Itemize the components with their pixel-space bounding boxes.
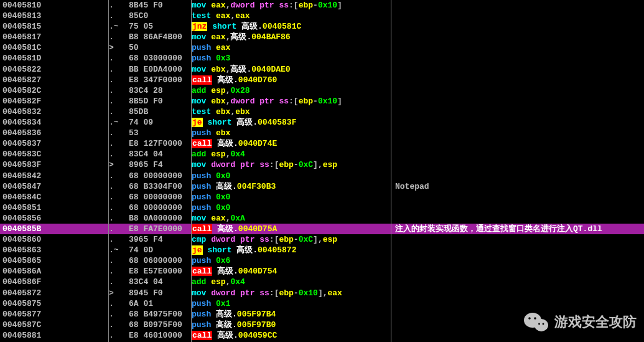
- asm-row[interactable]: 00405813.85C0test eax,eax: [0, 11, 644, 21]
- marker: .: [109, 75, 129, 85]
- address: 0040587C: [0, 320, 108, 330]
- bytes: 68 00000000: [129, 202, 191, 213]
- marker: .: [109, 320, 129, 330]
- asm-row[interactable]: 00405851.68 00000000push 0x0: [0, 202, 644, 213]
- comment: [391, 288, 644, 298]
- marker: .: [109, 181, 129, 192]
- address: 00405842: [0, 171, 108, 181]
- asm-row[interactable]: 0040582F.8B5D F0mov ebx,dword ptr ss:[eb…: [0, 96, 644, 107]
- marker: .: [109, 255, 129, 266]
- asm-row[interactable]: 0040581C>50push eax: [0, 42, 644, 53]
- asm-row[interactable]: 0040583F>8965 F4mov dword ptr ss:[ebp-0x…: [0, 159, 644, 170]
- asm-row[interactable]: 00405832.85DBtest ebx,ebx: [0, 107, 644, 117]
- comment: 注入的封装实现函数，通过查找窗口类名进行注入QT.dll: [391, 224, 644, 234]
- disassembly: mov eax,dword ptr ss:[ebp-0x10]: [192, 0, 391, 11]
- disassembly: mov dword ptr ss:[ebp-0x10],eax: [192, 288, 391, 298]
- asm-row[interactable]: 00405837.E8 127F0000call 高级.0040D74E: [0, 138, 644, 149]
- comment: [391, 21, 644, 32]
- marker: .: [109, 213, 129, 224]
- asm-row[interactable]: 00405817.B8 86AF4B00mov eax,高级.004BAF86: [0, 32, 644, 42]
- bytes: 6A 01: [129, 298, 191, 309]
- disassembly: call 高级.004059CC: [192, 330, 391, 341]
- disassembly: jnz short 高级.0040581C: [192, 21, 391, 32]
- asm-row[interactable]: 00405810.8B45 F0mov eax,dword ptr ss:[eb…: [0, 0, 644, 11]
- asm-row[interactable]: 0040583C.83C4 04add esp,0x4: [0, 149, 644, 159]
- address: 00405863: [0, 245, 108, 255]
- bytes: E8 347F0000: [129, 75, 191, 85]
- asm-row[interactable]: 00405865.68 06000000push 0x6: [0, 255, 644, 266]
- marker: .: [109, 266, 129, 277]
- comment: [391, 75, 644, 85]
- comment: [391, 266, 644, 277]
- disassembly: cmp dword ptr ss:[ebp-0xC],esp: [192, 234, 391, 245]
- address: 00405836: [0, 128, 108, 138]
- disassembly: push 0x3: [192, 53, 391, 64]
- marker: .: [109, 330, 129, 341]
- disassembly: push ebx: [192, 128, 391, 138]
- marker: .: [109, 32, 129, 42]
- marker: .: [109, 277, 129, 287]
- asm-row[interactable]: 00405863.~74 0Dje short 高级.00405872: [0, 245, 644, 255]
- bytes: E8 E57E0000: [129, 266, 191, 277]
- disassembly-listing[interactable]: 00405810.8B45 F0mov eax,dword ptr ss:[eb…: [0, 0, 644, 342]
- asm-row[interactable]: 00405875.6A 01push 0x1: [0, 298, 644, 309]
- disassembly: push 高级.005F97B4: [192, 309, 391, 320]
- bytes: 3965 F4: [129, 234, 191, 245]
- asm-row[interactable]: 00405842.68 00000000push 0x0: [0, 171, 644, 181]
- svg-point-7: [538, 323, 540, 325]
- disassembly: push 0x0: [192, 202, 391, 213]
- marker: .: [109, 298, 129, 309]
- disassembly: call 高级.0040D754: [192, 266, 391, 277]
- marker: .~: [109, 245, 129, 255]
- comment: [391, 298, 644, 309]
- asm-row[interactable]: 0040581D.68 03000000push 0x3: [0, 53, 644, 64]
- bytes: 74 0D: [129, 245, 191, 255]
- address: 00405872: [0, 288, 108, 298]
- disassembly: call 高级.0040D75A: [192, 224, 391, 234]
- asm-row[interactable]: 0040584C.68 00000000push 0x0: [0, 192, 644, 202]
- bytes: 8945 F0: [129, 288, 191, 298]
- asm-row[interactable]: 00405872>8945 F0mov dword ptr ss:[ebp-0x…: [0, 288, 644, 298]
- bytes: 68 B4975F00: [129, 309, 191, 320]
- asm-row[interactable]: 00405827.E8 347F0000call 高级.0040D760: [0, 75, 644, 85]
- asm-row[interactable]: 00405860.3965 F4cmp dword ptr ss:[ebp-0x…: [0, 234, 644, 245]
- comment: [391, 202, 644, 213]
- marker: .: [109, 138, 129, 149]
- marker: .: [109, 202, 129, 213]
- disassembly: mov ebx,dword ptr ss:[ebp-0x10]: [192, 96, 391, 107]
- asm-row[interactable]: 00405847.68 B3304F00push 高级.004F30B3Note…: [0, 181, 644, 192]
- svg-point-4: [528, 317, 531, 320]
- asm-row[interactable]: 0040586F.83C4 04add esp,0x4: [0, 277, 644, 287]
- address: 0040586F: [0, 277, 108, 287]
- bytes: 68 B3304F00: [129, 181, 191, 192]
- marker: .: [109, 107, 129, 117]
- disassembly: push 0x6: [192, 255, 391, 266]
- asm-row[interactable]: 00405822.BB E0DA4000mov ebx,高级.0040DAE0: [0, 64, 644, 75]
- asm-row[interactable]: 0040586A.E8 E57E0000call 高级.0040D754: [0, 266, 644, 277]
- bytes: E8 FA7E0000: [129, 224, 191, 234]
- bytes: 68 00000000: [129, 192, 191, 202]
- bytes: 68 B0975F00: [129, 320, 191, 330]
- asm-row[interactable]: 00405815.~75 05jnz short 高级.0040581C: [0, 21, 644, 32]
- marker: .~: [109, 117, 129, 128]
- watermark-badge: 游戏安全攻防: [523, 311, 637, 333]
- bytes: 83C4 28: [129, 85, 191, 96]
- comment: [391, 255, 644, 266]
- asm-row[interactable]: 0040585B.E8 FA7E0000call 高级.0040D75A注入的封…: [0, 224, 644, 234]
- asm-row[interactable]: 00405836.53push ebx: [0, 128, 644, 138]
- disassembly: push 0x0: [192, 171, 391, 181]
- marker: .: [109, 11, 129, 21]
- bytes: 53: [129, 128, 191, 138]
- comment: [391, 117, 644, 128]
- marker: .: [109, 0, 129, 11]
- asm-row[interactable]: 0040582C.83C4 28add esp,0x28: [0, 85, 644, 96]
- disassembly: mov ebx,高级.0040DAE0: [192, 64, 391, 75]
- asm-row[interactable]: 00405834.~74 09je short 高级.0040583F: [0, 117, 644, 128]
- comment: [391, 138, 644, 149]
- svg-point-5: [534, 317, 536, 320]
- marker: .: [109, 234, 129, 245]
- address: 00405827: [0, 75, 108, 85]
- asm-row[interactable]: 00405856.B8 0A000000mov eax,0xA: [0, 213, 644, 224]
- bytes: 8B45 F0: [129, 0, 191, 11]
- marker: >: [109, 42, 129, 53]
